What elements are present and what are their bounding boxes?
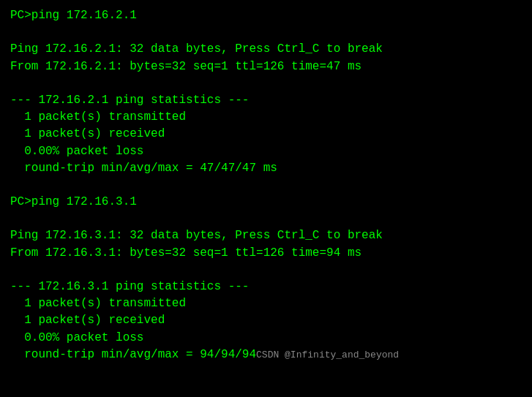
ping1_info: Ping 172.16.2.1: 32 data bytes, Press Ct… (10, 41, 522, 58)
stat2_header: --- 172.16.3.1 ping statistics --- (10, 279, 522, 295)
stat1_rx: 1 packet(s) received (10, 126, 522, 143)
stat1_rtt: round-trip min/avg/max = 47/47/47 ms (10, 160, 522, 177)
stat2_rx: 1 packet(s) received (10, 312, 522, 329)
blank-line (10, 262, 522, 279)
blank-line (10, 211, 522, 227)
ping2_info: Ping 172.16.3.1: 32 data bytes, Press Ct… (10, 227, 522, 244)
blank-line (10, 24, 522, 41)
cmd1: PC>ping 172.16.2.1 (10, 7, 522, 24)
stat2_loss: 0.00% packet loss (10, 330, 522, 347)
blank-line (10, 75, 522, 92)
stat2_tx: 1 packet(s) transmitted (10, 295, 522, 312)
stat1_tx: 1 packet(s) transmitted (10, 109, 522, 126)
stat1_loss: 0.00% packet loss (10, 143, 522, 160)
ping1_reply: From 172.16.2.1: bytes=32 seq=1 ttl=126 … (10, 58, 522, 75)
stat2_rtt: round-trip min/avg/max = 94/94/94CSDN @I… (10, 347, 522, 363)
ping2_reply: From 172.16.3.1: bytes=32 seq=1 ttl=126 … (10, 245, 522, 262)
blank-line (10, 177, 522, 194)
cmd2: PC>ping 172.16.3.1 (10, 194, 522, 211)
watermark: CSDN @Infinity_and_beyond (256, 349, 399, 360)
stat1_header: --- 172.16.2.1 ping statistics --- (10, 92, 522, 109)
terminal-container: PC>ping 172.16.2.1Ping 172.16.2.1: 32 da… (10, 7, 522, 363)
